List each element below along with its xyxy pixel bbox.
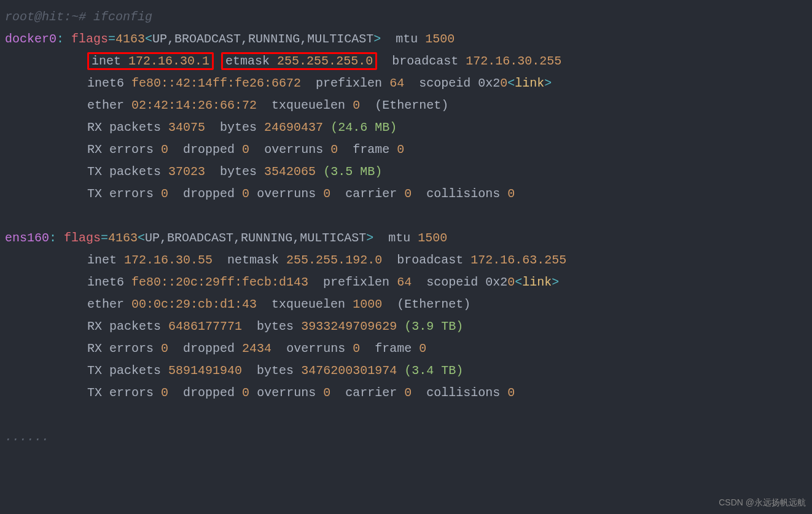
tx-drop-value: 0	[242, 187, 249, 201]
netmask-value: 255.255.255.0	[277, 54, 373, 68]
tx-err-label: TX errors	[87, 386, 154, 400]
prefixlen-value: 64	[389, 76, 404, 90]
prompt-symbol: #	[79, 10, 86, 24]
prefixlen-label: prefixlen	[323, 275, 389, 289]
inet-line-ens160: inet 172.16.30.55 netmask 255.255.192.0 …	[5, 249, 807, 271]
tx-errors-line-docker0: TX errors 0 dropped 0 overruns 0 carrier…	[5, 183, 807, 205]
mtu-value: 1500	[418, 231, 447, 245]
link-text: link	[522, 275, 552, 289]
rx-err-value: 0	[161, 341, 168, 356]
prompt-command: ifconfig	[93, 10, 152, 24]
rx-packets-line-ens160: RX packets 6486177771 bytes 393324970962…	[5, 316, 807, 338]
mtu-value: 1500	[425, 32, 455, 46]
tx-coll-label: collisions	[426, 386, 500, 400]
prompt-path: ~	[71, 10, 79, 24]
iface-name: ens160	[5, 231, 49, 245]
iface-name: docker0	[5, 32, 57, 46]
rx-errors-line-ens160: RX errors 0 dropped 2434 overruns 0 fram…	[5, 338, 807, 360]
highlight-inet: inet 172.16.30.1	[87, 52, 214, 70]
inet6-addr: fe80::20c:29ff:fecb:d143	[131, 275, 308, 289]
txqueuelen-label: txqueuelen	[271, 297, 345, 311]
rx-frame-value: 0	[419, 341, 426, 356]
flags-list: UP,BROADCAST,RUNNING,MULTICAST	[145, 231, 366, 245]
tx-over-label: overruns	[257, 187, 316, 201]
rx-bytes-human: (24.6 MB)	[330, 120, 397, 134]
scopeid-pre: 0x2	[478, 76, 500, 90]
rx-bytes-human: (3.9 TB)	[404, 319, 463, 333]
highlight-netmask: etmask 255.255.255.0	[221, 52, 377, 70]
tx-packets-value: 37023	[168, 165, 205, 179]
rx-packets-value: 6486177771	[168, 319, 242, 333]
flags-list: UP,BROADCAST,RUNNING,MULTICAST	[152, 32, 373, 46]
tx-err-value: 0	[161, 187, 168, 201]
prefixlen-label: prefixlen	[316, 76, 382, 90]
prompt-line: root@hit:~# ifconfig	[5, 6, 807, 28]
tx-err-label: TX errors	[87, 187, 154, 201]
inet6-line-ens160: inet6 fe80::20c:29ff:fecb:d143 prefixlen…	[5, 271, 807, 294]
flags-num: 4163	[115, 32, 145, 46]
media-type: (Ethernet)	[375, 98, 448, 112]
broadcast-value: 172.16.63.255	[470, 253, 566, 267]
inet6-line-docker0: inet6 fe80::42:14ff:fe26:6672 prefixlen …	[5, 72, 807, 95]
ellipsis-line: ......	[5, 426, 807, 448]
txqueuelen-value: 1000	[353, 297, 382, 311]
ether-line-docker0: ether 02:42:14:26:66:72 txqueuelen 0 (Et…	[5, 95, 807, 117]
rx-err-label: RX errors	[87, 142, 154, 157]
rx-drop-label: dropped	[183, 142, 235, 157]
flags-label: flags	[64, 231, 101, 245]
link-text: link	[515, 76, 544, 90]
tx-coll-label: collisions	[426, 187, 500, 201]
inet-line-docker0: inet 172.16.30.1 etmask 255.255.255.0 br…	[5, 50, 807, 72]
rx-bytes-value: 3933249709629	[301, 319, 397, 333]
rx-bytes-label: bytes	[257, 319, 294, 333]
scopeid-z: 0	[500, 76, 507, 90]
rx-err-value: 0	[161, 142, 168, 157]
tx-err-value: 0	[161, 386, 168, 400]
inet-label: inet	[92, 54, 121, 68]
flags-num: 4163	[108, 231, 138, 245]
inet6-label: inet6	[87, 76, 124, 90]
tx-bytes-label: bytes	[257, 364, 294, 378]
tx-coll-value: 0	[507, 386, 515, 400]
netmask-label: netmask	[227, 253, 279, 267]
tx-over-value: 0	[323, 386, 330, 400]
scopeid-z: 0	[507, 275, 515, 289]
broadcast-label: broadcast	[392, 54, 458, 68]
rx-frame-label: frame	[353, 142, 389, 157]
link-gt: >	[544, 76, 552, 90]
inet-label: inet	[87, 253, 117, 267]
rx-drop-value: 2434	[242, 341, 271, 356]
rx-drop-value: 0	[242, 142, 249, 157]
tx-drop-label: dropped	[183, 187, 235, 201]
ether-value: 02:42:14:26:66:72	[131, 98, 257, 112]
tx-carr-value: 0	[404, 187, 412, 201]
rx-packets-label: RX packets	[87, 319, 161, 333]
rx-packets-label: RX packets	[87, 120, 161, 134]
tx-carr-value: 0	[404, 386, 412, 400]
rx-over-label: overruns	[286, 341, 345, 356]
ether-value: 00:0c:29:cb:d1:43	[131, 297, 257, 311]
rx-err-label: RX errors	[87, 341, 154, 356]
tx-packets-line-ens160: TX packets 5891491940 bytes 347620030197…	[5, 360, 807, 382]
rx-bytes-label: bytes	[220, 120, 257, 134]
tx-drop-label: dropped	[183, 386, 235, 400]
watermark-text: CSDN @永远扬帆远航	[719, 495, 806, 510]
tx-bytes-human: (3.5 MB)	[323, 165, 382, 179]
prefixlen-value: 64	[397, 275, 412, 289]
rx-frame-label: frame	[375, 341, 412, 356]
rx-packets-value: 34075	[168, 120, 205, 134]
netmask-label: etmask	[225, 54, 270, 68]
prompt-user: root@hit	[5, 10, 64, 24]
tx-packets-value: 5891491940	[168, 364, 242, 378]
tx-packets-label: TX packets	[87, 165, 161, 179]
mtu-label: mtu	[388, 231, 410, 245]
rx-packets-line-docker0: RX packets 34075 bytes 24690437 (24.6 MB…	[5, 117, 807, 139]
mtu-label: mtu	[396, 32, 418, 46]
iface-header-ens160: ens160: flags=4163<UP,BROADCAST,RUNNING,…	[5, 227, 807, 249]
rx-bytes-value: 24690437	[264, 120, 323, 134]
ether-label: ether	[87, 98, 124, 112]
tx-packets-label: TX packets	[87, 364, 161, 378]
flags-label: flags	[71, 32, 108, 46]
iface-header-docker0: docker0: flags=4163<UP,BROADCAST,RUNNING…	[5, 28, 807, 50]
broadcast-value: 172.16.30.255	[466, 54, 561, 68]
